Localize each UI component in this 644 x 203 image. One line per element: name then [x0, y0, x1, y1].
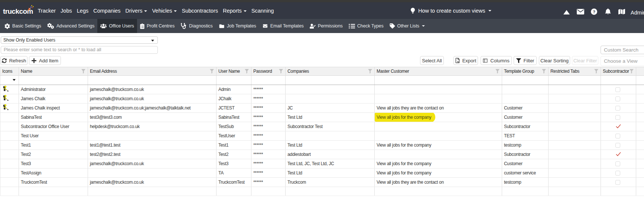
svg-text:?: ? [593, 10, 595, 14]
